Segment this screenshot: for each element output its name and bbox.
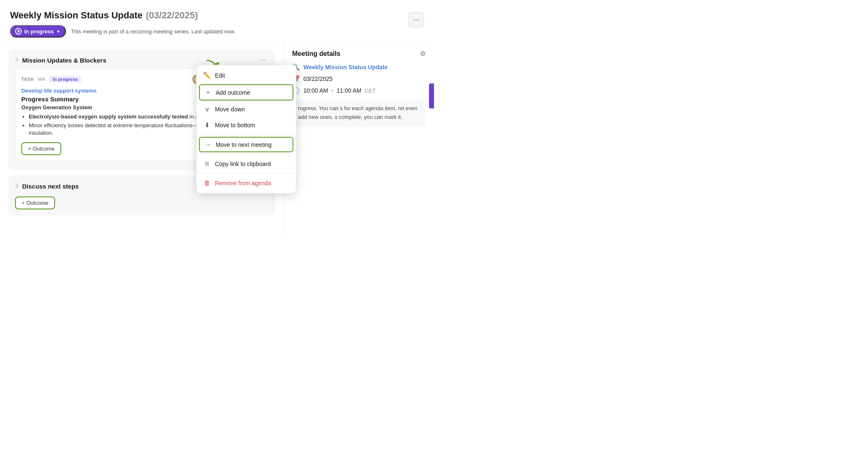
time-dash: - (331, 87, 333, 94)
menu-add-outcome-label: Add outcome (216, 89, 250, 96)
task-meta: TASK #84 In progress (21, 76, 82, 83)
section1-header: ⠿ Mission Updates & Blockers ··· (15, 55, 268, 65)
outcome-button-2[interactable]: + Outcome (15, 196, 55, 209)
menu-edit-label: Edit (215, 72, 225, 79)
outcome-btn-label: + Outcome (28, 146, 55, 152)
menu-move-bottom-label: Move to bottom (215, 122, 255, 128)
meeting-timezone: CET (365, 88, 376, 94)
context-menu[interactable]: ✏️ Edit ＋ Add outcome ∨ Move down ⬇ Move… (196, 65, 296, 194)
section1-title-row: ⠿ Mission Updates & Blockers (15, 57, 106, 64)
outcome-btn-2-label: + Outcome (22, 200, 48, 206)
outcome-button-1[interactable]: + Outcome (21, 142, 61, 155)
task-number: #84 (38, 77, 45, 82)
chevron-down-icon: ▾ (57, 29, 59, 34)
meeting-title: Weekly Mission Status Update (10, 10, 142, 21)
play-triangle (18, 30, 20, 33)
chevron-down-menu-icon: ∨ (203, 106, 211, 113)
section1-more-button[interactable]: ··· (258, 55, 268, 65)
meeting-time-start: 10:00 AM (303, 87, 328, 94)
menu-item-remove[interactable]: 🗑 Remove from agenda (197, 175, 296, 191)
menu-item-move-next[interactable]: → Move to next meeting (199, 137, 293, 152)
meeting-date-row: 📅 03/22/2025 (292, 75, 426, 83)
meeting-time-end: 11:00 AM (337, 87, 361, 94)
sidebar-info-text: rogress. You can s for each agenda item,… (292, 99, 426, 127)
edit-icon: ✏️ (203, 72, 211, 79)
gear-button[interactable]: ⚙ (420, 50, 426, 58)
download-icon: ⬇ (203, 121, 211, 129)
meeting-details-header: Meeting details ⚙ (292, 50, 426, 58)
header-more-button[interactable]: ··· (408, 12, 424, 28)
bullet-1-bold: Electrolysis-based oxygen supply system … (29, 113, 188, 120)
right-panel: Meeting details ⚙ 🔍 Weekly Mission Statu… (284, 43, 434, 235)
menu-divider-3 (197, 173, 296, 174)
section1-title: Mission Updates & Blockers (22, 57, 106, 64)
menu-divider (197, 135, 296, 135)
meeting-name-link[interactable]: Weekly Mission Status Update (303, 64, 388, 70)
copy-icon: ⎘ (203, 160, 211, 167)
trash-icon: 🗑 (203, 179, 211, 186)
menu-item-move-down[interactable]: ∨ Move down (197, 101, 296, 117)
task-status-badge: In progress (49, 76, 82, 83)
meeting-details-title: Meeting details (292, 50, 341, 58)
drag-handle-2-icon[interactable]: ⠿ (15, 184, 19, 189)
play-icon (15, 28, 22, 35)
menu-item-add-outcome[interactable]: ＋ Add outcome (199, 84, 293, 101)
page-header: Weekly Mission Status Update (03/22/2025… (0, 0, 434, 43)
menu-copy-link-label: Copy link to clipboard (215, 161, 271, 167)
status-label: In progress (24, 28, 54, 35)
task-type-label: TASK (21, 77, 34, 82)
menu-item-move-bottom[interactable]: ⬇ Move to bottom (197, 117, 296, 133)
drag-handle-icon[interactable]: ⠿ (15, 57, 19, 63)
meeting-name-row: 🔍 Weekly Mission Status Update (292, 63, 426, 71)
section2-title-row: ⠿ Discuss next steps (15, 183, 79, 190)
section2-title: Discuss next steps (22, 183, 79, 190)
meeting-date-title: (03/22/2025) (146, 10, 198, 21)
purple-accent (429, 83, 434, 108)
menu-remove-label: Remove from agenda (215, 180, 271, 186)
page-title: Weekly Mission Status Update (03/22/2025… (10, 10, 235, 21)
menu-divider-2 (197, 154, 296, 154)
menu-item-edit[interactable]: ✏️ Edit (197, 68, 296, 83)
arrow-right-icon: → (204, 141, 212, 148)
meeting-subtitle: This meeting is part of a recurring meet… (71, 28, 236, 35)
meeting-time-row: 🕙 10:00 AM - 11:00 AM CET (292, 87, 426, 94)
status-badge[interactable]: In progress ▾ (10, 25, 66, 38)
menu-item-copy-link[interactable]: ⎘ Copy link to clipboard (197, 156, 296, 171)
sidebar-info: rogress. You can s for each agenda item,… (298, 105, 417, 120)
menu-move-down-label: Move down (215, 106, 245, 113)
plus-icon: ＋ (204, 88, 212, 96)
menu-move-next-label: Move to next meeting (216, 141, 272, 148)
status-row: In progress ▾ This meeting is part of a … (10, 25, 235, 38)
meeting-date-value: 03/22/2025 (303, 75, 333, 82)
